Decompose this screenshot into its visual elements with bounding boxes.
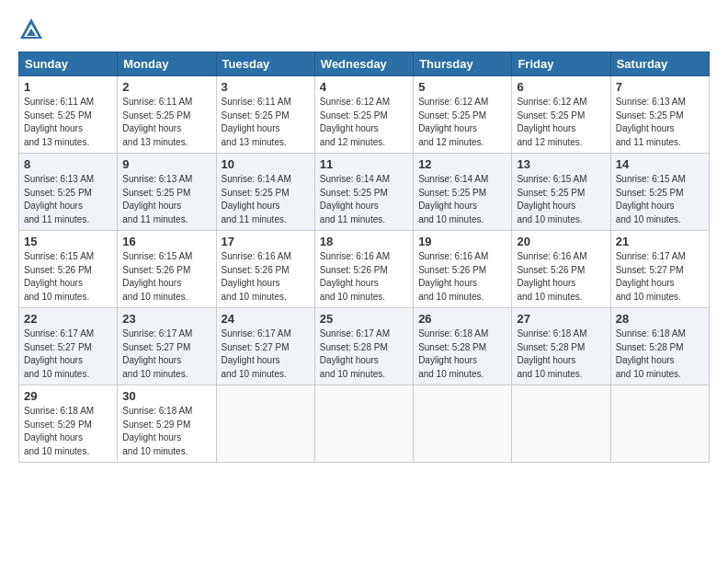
cell-info: Sunrise: 6:11 AM Sunset: 5:25 PM Dayligh… [222,96,310,149]
calendar-cell: 10 Sunrise: 6:14 AM Sunset: 5:25 PM Dayl… [216,154,314,231]
cell-info: Sunrise: 6:15 AM Sunset: 5:26 PM Dayligh… [24,250,112,304]
calendar-week-row: 22 Sunrise: 6:17 AM Sunset: 5:27 PM Dayl… [19,308,710,385]
calendar-week-row: 8 Sunrise: 6:13 AM Sunset: 5:25 PM Dayli… [19,154,710,231]
cell-info: Sunrise: 6:13 AM Sunset: 5:25 PM Dayligh… [616,96,704,149]
calendar-cell [610,385,709,463]
cell-info: Sunrise: 6:13 AM Sunset: 5:25 PM Dayligh… [122,173,210,226]
calendar-cell: 23 Sunrise: 6:17 AM Sunset: 5:27 PM Dayl… [118,308,216,385]
cell-info: Sunrise: 6:14 AM Sunset: 5:25 PM Dayligh… [418,173,506,226]
header [18,17,710,42]
calendar-cell: 22 Sunrise: 6:17 AM Sunset: 5:27 PM Dayl… [19,308,118,385]
calendar-cell: 30 Sunrise: 6:18 AM Sunset: 5:29 PM Dayl… [118,385,216,463]
day-number: 18 [320,235,408,248]
calendar-cell: 3 Sunrise: 6:11 AM Sunset: 5:25 PM Dayli… [216,76,314,154]
day-number: 15 [24,235,112,248]
day-number: 21 [616,235,704,248]
day-header: Sunday [19,52,118,76]
calendar-cell: 26 Sunrise: 6:18 AM Sunset: 5:28 PM Dayl… [414,308,512,385]
day-number: 12 [418,157,506,171]
calendar-cell: 19 Sunrise: 6:16 AM Sunset: 5:26 PM Dayl… [414,231,512,308]
day-number: 29 [24,389,112,403]
calendar-cell: 14 Sunrise: 6:15 AM Sunset: 5:25 PM Dayl… [610,154,709,231]
calendar-cell: 8 Sunrise: 6:13 AM Sunset: 5:25 PM Dayli… [19,154,118,231]
day-number: 20 [517,235,605,248]
day-number: 4 [320,80,408,94]
cell-info: Sunrise: 6:18 AM Sunset: 5:29 PM Dayligh… [24,405,112,458]
calendar-week-row: 29 Sunrise: 6:18 AM Sunset: 5:29 PM Dayl… [19,385,710,463]
day-number: 10 [222,157,310,171]
calendar-cell: 2 Sunrise: 6:11 AM Sunset: 5:25 PM Dayli… [118,76,216,154]
calendar-cell: 29 Sunrise: 6:18 AM Sunset: 5:29 PM Dayl… [19,385,118,463]
day-header: Thursday [414,52,512,76]
cell-info: Sunrise: 6:18 AM Sunset: 5:28 PM Dayligh… [616,327,704,381]
calendar-header-row: SundayMondayTuesdayWednesdayThursdayFrid… [19,52,710,76]
calendar-cell: 9 Sunrise: 6:13 AM Sunset: 5:25 PM Dayli… [118,154,216,231]
cell-info: Sunrise: 6:15 AM Sunset: 5:26 PM Dayligh… [122,250,210,304]
page: SundayMondayTuesdayWednesdayThursdayFrid… [0,0,728,563]
day-number: 1 [24,80,112,94]
cell-info: Sunrise: 6:12 AM Sunset: 5:25 PM Dayligh… [517,96,605,149]
day-number: 5 [418,80,506,94]
cell-info: Sunrise: 6:17 AM Sunset: 5:27 PM Dayligh… [24,327,112,381]
cell-info: Sunrise: 6:18 AM Sunset: 5:28 PM Dayligh… [418,327,506,381]
day-number: 25 [320,312,408,326]
cell-info: Sunrise: 6:13 AM Sunset: 5:25 PM Dayligh… [24,173,112,226]
cell-info: Sunrise: 6:15 AM Sunset: 5:25 PM Dayligh… [517,173,605,226]
calendar-cell: 24 Sunrise: 6:17 AM Sunset: 5:27 PM Dayl… [216,308,314,385]
cell-info: Sunrise: 6:14 AM Sunset: 5:25 PM Dayligh… [222,173,310,226]
calendar-cell: 16 Sunrise: 6:15 AM Sunset: 5:26 PM Dayl… [118,231,216,308]
cell-info: Sunrise: 6:17 AM Sunset: 5:27 PM Dayligh… [122,327,210,381]
logo [18,17,48,42]
day-header: Friday [512,52,610,76]
calendar-cell: 20 Sunrise: 6:16 AM Sunset: 5:26 PM Dayl… [512,231,610,308]
day-header: Tuesday [216,52,314,76]
cell-info: Sunrise: 6:18 AM Sunset: 5:28 PM Dayligh… [517,327,605,381]
calendar-cell [512,385,610,463]
cell-info: Sunrise: 6:17 AM Sunset: 5:27 PM Dayligh… [616,250,704,304]
calendar-cell: 12 Sunrise: 6:14 AM Sunset: 5:25 PM Dayl… [414,154,512,231]
cell-info: Sunrise: 6:11 AM Sunset: 5:25 PM Dayligh… [24,96,112,149]
calendar-week-row: 1 Sunrise: 6:11 AM Sunset: 5:25 PM Dayli… [19,76,710,154]
calendar-cell: 21 Sunrise: 6:17 AM Sunset: 5:27 PM Dayl… [610,231,709,308]
cell-info: Sunrise: 6:16 AM Sunset: 5:26 PM Dayligh… [222,250,310,304]
day-number: 16 [122,235,210,248]
cell-info: Sunrise: 6:18 AM Sunset: 5:29 PM Dayligh… [122,405,210,458]
calendar-cell: 17 Sunrise: 6:16 AM Sunset: 5:26 PM Dayl… [216,231,314,308]
calendar-cell: 11 Sunrise: 6:14 AM Sunset: 5:25 PM Dayl… [314,154,413,231]
calendar-cell: 5 Sunrise: 6:12 AM Sunset: 5:25 PM Dayli… [414,76,512,154]
cell-info: Sunrise: 6:16 AM Sunset: 5:26 PM Dayligh… [517,250,605,304]
calendar-week-row: 15 Sunrise: 6:15 AM Sunset: 5:26 PM Dayl… [19,231,710,308]
day-number: 11 [320,157,408,171]
cell-info: Sunrise: 6:12 AM Sunset: 5:25 PM Dayligh… [418,96,506,149]
calendar-cell [414,385,512,463]
day-number: 28 [616,312,704,326]
logo-icon [18,17,44,42]
calendar-cell [314,385,413,463]
calendar-cell [216,385,314,463]
day-number: 30 [122,389,210,403]
calendar-cell: 25 Sunrise: 6:17 AM Sunset: 5:28 PM Dayl… [314,308,413,385]
day-number: 6 [517,80,605,94]
cell-info: Sunrise: 6:17 AM Sunset: 5:27 PM Dayligh… [222,327,310,381]
day-number: 14 [616,157,704,171]
day-number: 27 [517,312,605,326]
calendar-cell: 15 Sunrise: 6:15 AM Sunset: 5:26 PM Dayl… [19,231,118,308]
cell-info: Sunrise: 6:17 AM Sunset: 5:28 PM Dayligh… [320,327,408,381]
cell-info: Sunrise: 6:16 AM Sunset: 5:26 PM Dayligh… [320,250,408,304]
cell-info: Sunrise: 6:16 AM Sunset: 5:26 PM Dayligh… [418,250,506,304]
day-number: 3 [222,80,310,94]
calendar-cell: 7 Sunrise: 6:13 AM Sunset: 5:25 PM Dayli… [610,76,709,154]
day-header: Wednesday [314,52,413,76]
cell-info: Sunrise: 6:15 AM Sunset: 5:25 PM Dayligh… [616,173,704,226]
cell-info: Sunrise: 6:12 AM Sunset: 5:25 PM Dayligh… [320,96,408,149]
day-number: 2 [122,80,210,94]
calendar-cell: 18 Sunrise: 6:16 AM Sunset: 5:26 PM Dayl… [314,231,413,308]
calendar-cell: 1 Sunrise: 6:11 AM Sunset: 5:25 PM Dayli… [19,76,118,154]
calendar-cell: 13 Sunrise: 6:15 AM Sunset: 5:25 PM Dayl… [512,154,610,231]
calendar-cell: 28 Sunrise: 6:18 AM Sunset: 5:28 PM Dayl… [610,308,709,385]
day-number: 19 [418,235,506,248]
day-number: 17 [222,235,310,248]
calendar-cell: 4 Sunrise: 6:12 AM Sunset: 5:25 PM Dayli… [314,76,413,154]
calendar-table: SundayMondayTuesdayWednesdayThursdayFrid… [18,52,710,463]
day-number: 13 [517,157,605,171]
